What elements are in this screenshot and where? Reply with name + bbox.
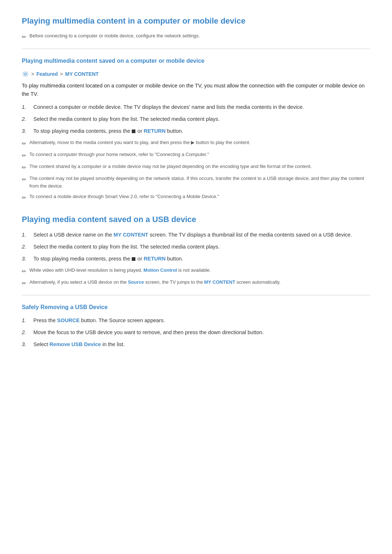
return-highlight-1: RETURN <box>144 128 166 134</box>
step-content-3: To stop playing media contents, press th… <box>33 127 370 135</box>
section1-step-2: 2. Select the media content to play from… <box>22 115 370 123</box>
step-content-2: Select the media content to play from th… <box>33 115 370 123</box>
section1-note-3: ✏ The content shared by a computer or a … <box>22 163 370 172</box>
section3-title: Safely Removing a USB Device <box>22 303 370 312</box>
section1-step-3: 3. To stop playing media contents, press… <box>22 127 370 135</box>
svg-point-0 <box>24 73 26 75</box>
section2-step-2: 2. Select the media content to play from… <box>22 243 370 251</box>
section1-note-4-text: The content may not be played smoothly d… <box>29 175 370 190</box>
s2-step-content-1: Select a USB device name on the MY CONTE… <box>33 231 370 239</box>
section2-notes: ✏ While video with UHD-level resolution … <box>22 267 370 288</box>
s3-step-content-3: Select Remove USB Device in the list. <box>33 340 370 349</box>
section1-note-2-text: To connect a computer through your home … <box>29 151 209 159</box>
motion-control-highlight: Motion Control <box>143 267 177 273</box>
section1-note-3-text: The content shared by a computer or a mo… <box>29 163 312 171</box>
stop-square-icon-1 <box>132 130 135 133</box>
section1-step-1: 1. Connect a computer or mobile device. … <box>22 103 370 111</box>
stop-square-icon-2 <box>132 257 135 261</box>
section3-steps: 1. Press the SOURCE button. The Source s… <box>22 316 370 349</box>
s3-step-num-3: 3. <box>22 340 28 349</box>
section2-note-2: ✏ Alternatively, if you select a USB dev… <box>22 279 370 288</box>
section3-step-2: 2. Move the focus to the USB device you … <box>22 328 370 337</box>
main-note-line: ✏ Before connecting to a computer or mob… <box>22 32 370 41</box>
pencil-icon-s1n1: ✏ <box>22 139 26 148</box>
s3-step-num-1: 1. <box>22 316 28 325</box>
section1-note-5-text: To connect a mobile device through Smart… <box>29 193 219 201</box>
section2-note-1-text: While video with UHD-level resolution is… <box>29 267 211 274</box>
s3-step-content-1: Press the SOURCE button. The Source scre… <box>33 316 370 325</box>
section3-step-1: 1. Press the SOURCE button. The Source s… <box>22 316 370 325</box>
source-highlight: Source <box>128 279 144 285</box>
breadcrumb: > Featured > MY CONTENT <box>22 70 370 78</box>
section1-note-5: ✏ To connect a mobile device through Sma… <box>22 193 370 202</box>
page-main-title: Playing multimedia content in a computer… <box>22 15 370 29</box>
section1-note-1-text: Alternatively, move to the media content… <box>29 139 250 147</box>
section1-note-2: ✏ To connect a computer through your hom… <box>22 151 370 160</box>
pencil-icon-s1n4: ✏ <box>22 175 26 184</box>
breadcrumb-sep-1: > <box>31 70 34 78</box>
section1-intro: To play multimedia content located on a … <box>22 82 370 98</box>
s2-step-num-1: 1. <box>22 231 28 239</box>
step-num-3: 3. <box>22 127 28 135</box>
section1-note-1: ✏ Alternatively, move to the media conte… <box>22 139 370 148</box>
s2-step-num-2: 2. <box>22 243 28 251</box>
pencil-icon-s1n5: ✏ <box>22 193 26 202</box>
s2-step-content-2: Select the media content to play from th… <box>33 243 370 251</box>
main-note-text: Before connecting to a computer or mobil… <box>29 32 200 40</box>
return-highlight-2: RETURN <box>144 256 166 262</box>
pencil-icon-s2n2: ✏ <box>22 279 26 288</box>
section2-note-2-text: Alternatively, if you select a USB devic… <box>29 279 281 286</box>
source-btn-highlight: SOURCE <box>57 317 79 323</box>
remove-usb-highlight: Remove USB Device <box>49 341 101 347</box>
s2-step-content-3: To stop playing media contents, press th… <box>33 255 370 263</box>
my-content-highlight-1: MY CONTENT <box>114 232 148 238</box>
step-num-2: 2. <box>22 115 28 123</box>
breadcrumb-sep-2: > <box>60 70 63 78</box>
section2-step-3: 3. To stop playing media contents, press… <box>22 255 370 263</box>
step-num-1: 1. <box>22 103 28 111</box>
section3-step-3: 3. Select Remove USB Device in the list. <box>22 340 370 349</box>
divider-1 <box>22 49 370 49</box>
section2-step-1: 1. Select a USB device name on the MY CO… <box>22 231 370 239</box>
breadcrumb-featured: Featured <box>36 70 58 78</box>
section1-steps: 1. Connect a computer or mobile device. … <box>22 103 370 136</box>
pencil-icon-main: ✏ <box>22 33 26 41</box>
pencil-icon-s2n1: ✏ <box>22 267 26 276</box>
section2-title: Playing media content saved on a USB dev… <box>22 213 370 226</box>
breadcrumb-settings-icon <box>22 70 29 78</box>
pencil-icon-s1n3: ✏ <box>22 163 26 172</box>
breadcrumb-my-content: MY CONTENT <box>65 70 99 78</box>
section2-steps: 1. Select a USB device name on the MY CO… <box>22 231 370 263</box>
section2-note-1: ✏ While video with UHD-level resolution … <box>22 267 370 276</box>
s2-step-num-3: 3. <box>22 255 28 263</box>
s3-step-content-2: Move the focus to the USB device you wan… <box>33 328 370 337</box>
step-content-1: Connect a computer or mobile device. The… <box>33 103 370 111</box>
my-content-highlight-2: MY CONTENT <box>204 279 235 285</box>
pencil-icon-s1n2: ✏ <box>22 151 26 160</box>
s3-step-num-2: 2. <box>22 328 28 337</box>
section1-notes: ✏ Alternatively, move to the media conte… <box>22 139 370 202</box>
section1-note-4: ✏ The content may not be played smoothly… <box>22 175 370 190</box>
divider-2 <box>22 295 370 295</box>
section1-title: Playing multimedia content saved on a co… <box>22 56 370 66</box>
